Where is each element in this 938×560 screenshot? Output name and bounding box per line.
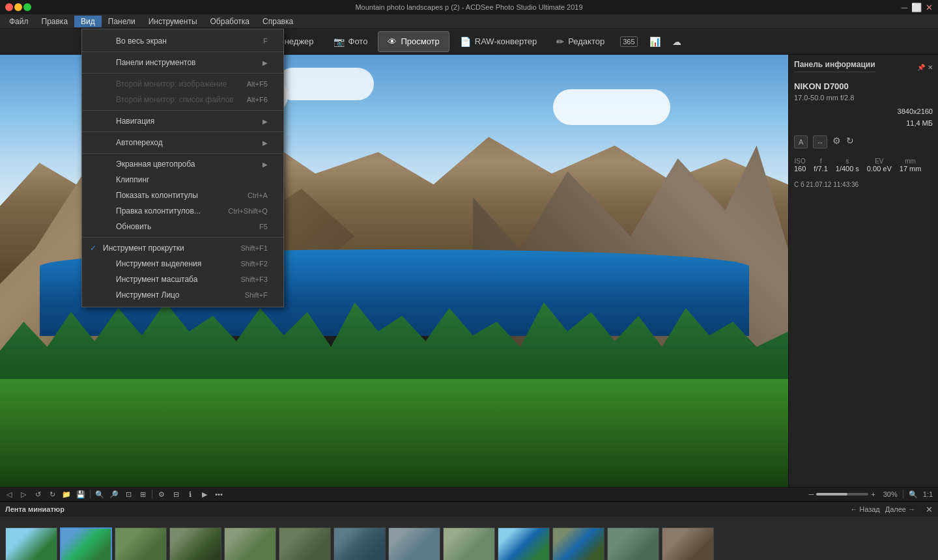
thumbnail-13[interactable]	[662, 527, 714, 561]
info-icon-settings[interactable]: ⚙	[832, 135, 841, 148]
thumbnail-6[interactable]	[279, 527, 331, 561]
thumbnail-3[interactable]	[115, 527, 167, 561]
camera-icon: 📷	[334, 36, 345, 47]
toolbar-editor[interactable]: ✏ Редактор	[547, 31, 614, 52]
toolbar-chart[interactable]: 📊	[644, 31, 666, 52]
menu-edit-overlay[interactable]: Правка колонтитулов... Ctrl+Shift+Q	[82, 203, 283, 219]
filmstrip-close-btn[interactable]: ✕	[926, 505, 933, 514]
thumbnail-10[interactable]	[498, 527, 550, 561]
toolbar-360[interactable]: 365	[615, 31, 642, 52]
menu-tools[interactable]: Инструменты	[142, 16, 204, 27]
shutter-label: s	[846, 158, 849, 165]
close-window-btn[interactable]	[5, 3, 13, 11]
filmstrip-forward-btn[interactable]: Далее →	[885, 505, 915, 513]
toolbar-view[interactable]: 👁 Просмотр	[378, 31, 449, 52]
menu-fullscreen[interactable]: Во весь экран F	[82, 33, 283, 49]
tool-settings[interactable]: ⚙	[155, 488, 168, 500]
menu-refresh[interactable]: Обновить F5	[82, 219, 283, 234]
filmstrip-back-btn[interactable]: ← Назад	[850, 505, 880, 513]
tool-slideshow[interactable]: ▶	[198, 488, 211, 500]
filesize-value: 11,4 МБ	[906, 119, 933, 127]
thumbnail-9[interactable]	[443, 527, 495, 561]
tool-save[interactable]: 💾	[74, 488, 87, 500]
focal-value: 17 mm	[900, 165, 922, 173]
aperture-value: f/7.1	[814, 165, 827, 173]
menu-view[interactable]: Вид	[74, 16, 102, 27]
win-close[interactable]: ✕	[926, 3, 933, 12]
submenu-arrow: ▶	[263, 59, 268, 66]
menu-softproof[interactable]: Экранная цветопроба ▶	[82, 156, 283, 172]
iso-value: 160	[794, 165, 806, 173]
menu-select-tool[interactable]: Инструмент выделения Shift+F2	[82, 256, 283, 272]
nav-submenu-arrow: ▶	[263, 118, 268, 125]
menu-process[interactable]: Обработка	[204, 16, 257, 27]
menu-clipping[interactable]: Клиппинг	[82, 172, 283, 188]
filmstrip-nav: ← Назад Далее → ✕	[850, 505, 933, 514]
tool-rotate-cw[interactable]: ↻	[46, 488, 59, 500]
filmstrip-area: Лента миниатюр ← Назад Далее → ✕	[0, 501, 938, 560]
menu-autopan[interactable]: Автопереход ▶	[82, 135, 283, 150]
zoom-minus[interactable]: ─	[808, 490, 814, 498]
tool-zoom-in[interactable]: 🔍	[93, 488, 106, 500]
date-label: С б 21.07.12 11:43:36	[794, 181, 859, 188]
tool-folder[interactable]: 📁	[60, 488, 73, 500]
softproof-submenu-arrow: ▶	[263, 161, 268, 168]
menu-scroll-tool[interactable]: ✓ Инструмент прокрутки Shift+F1	[82, 240, 283, 256]
zoom-percent: 30%	[878, 490, 898, 498]
info-icon-btn-dash[interactable]: --	[813, 135, 827, 148]
panel-close-btn[interactable]: ✕	[928, 64, 933, 71]
menu-edit[interactable]: Правка	[35, 16, 75, 27]
autopan-submenu-arrow: ▶	[263, 139, 268, 147]
thumbnail-12[interactable]	[607, 527, 659, 561]
eye-icon: 👁	[388, 36, 397, 47]
tool-zoom-out[interactable]: 🔎	[107, 488, 121, 500]
tool-rotate-ccw[interactable]: ↺	[31, 488, 44, 500]
toolbar-cloud[interactable]: ☁	[667, 31, 687, 52]
tool-info[interactable]: ℹ	[184, 488, 197, 500]
resolution-value: 3840x2160	[898, 107, 933, 115]
win-restore[interactable]: ⬜	[911, 3, 922, 12]
tools-icon: ✏	[556, 36, 564, 47]
tool-compare[interactable]: ⊟	[169, 488, 182, 500]
menu-panels[interactable]: Панели	[102, 16, 142, 27]
menu-navigation[interactable]: Навигация ▶	[82, 113, 283, 129]
thumbnail-5[interactable]	[224, 527, 276, 561]
tool-actual[interactable]: ⊞	[136, 488, 149, 500]
lens-model: 17.0-50.0 mm f/2.8	[794, 94, 933, 102]
thumbnail-4[interactable]	[169, 527, 221, 561]
info-panel: Панель информации 📌 ✕ NIKON D7000 17.0-5…	[788, 55, 938, 487]
focal-label: mm	[905, 158, 916, 165]
bottom-toolbar: ◁ ▷ ↺ ↻ 📁 💾 🔍 🔎 ⊡ ⊞ ⚙ ⊟ ℹ ▶ ••• ─ + 30% …	[0, 487, 938, 501]
win-minimize[interactable]: ─	[902, 3, 907, 12]
thumbnail-1[interactable]	[5, 527, 57, 561]
thumbnail-8[interactable]	[388, 527, 440, 561]
filmstrip-header: Лента миниатюр ← Назад Далее → ✕	[0, 502, 938, 516]
toolbar-raw[interactable]: 📄 RAW-конвертер	[451, 31, 546, 52]
zoom-slider[interactable]	[816, 493, 868, 496]
maximize-window-btn[interactable]	[23, 3, 31, 11]
tool-back[interactable]: ◁	[3, 488, 16, 500]
tool-fwd[interactable]: ▷	[17, 488, 30, 500]
thumbnail-2[interactable]	[60, 527, 112, 561]
thumbnail-7[interactable]	[334, 527, 386, 561]
zoom-plus[interactable]: +	[871, 490, 875, 498]
title-bar: Mountain photo landscapes p (2) - ACDSee…	[0, 0, 938, 14]
minimize-window-btn[interactable]	[14, 3, 22, 11]
thumbnail-11[interactable]	[552, 527, 604, 561]
tool-more[interactable]: •••	[212, 488, 225, 500]
menu-help[interactable]: Справка	[256, 16, 300, 27]
menu-show-overlay[interactable]: Показать колонтитулы Ctrl+A	[82, 188, 283, 203]
menu-second-monitor-img: Второй монитор: изображение Alt+F5	[82, 76, 283, 92]
toolbar-photo[interactable]: 📷 Фото	[324, 31, 377, 52]
info-icon-refresh[interactable]: ↻	[846, 135, 854, 148]
app-title: Mountain photo landscapes p (2) - ACDSee…	[44, 3, 894, 11]
menu-face-tool[interactable]: Инструмент Лицо Shift+F	[82, 287, 283, 303]
tool-fit[interactable]: ⊡	[122, 488, 135, 500]
menu-file[interactable]: Файл	[3, 16, 35, 27]
info-icon-btn-a[interactable]: A	[794, 135, 808, 148]
menu-zoom-tool[interactable]: Инструмент масштаба Shift+F3	[82, 272, 283, 287]
panel-pin-btn[interactable]: 📌	[917, 64, 925, 71]
menu-toolbars[interactable]: Панели инструментов ▶	[82, 55, 283, 70]
zoom-reset-btn[interactable]: 1:1	[920, 490, 935, 498]
zoom-fit-btn[interactable]: 🔍	[909, 490, 918, 499]
